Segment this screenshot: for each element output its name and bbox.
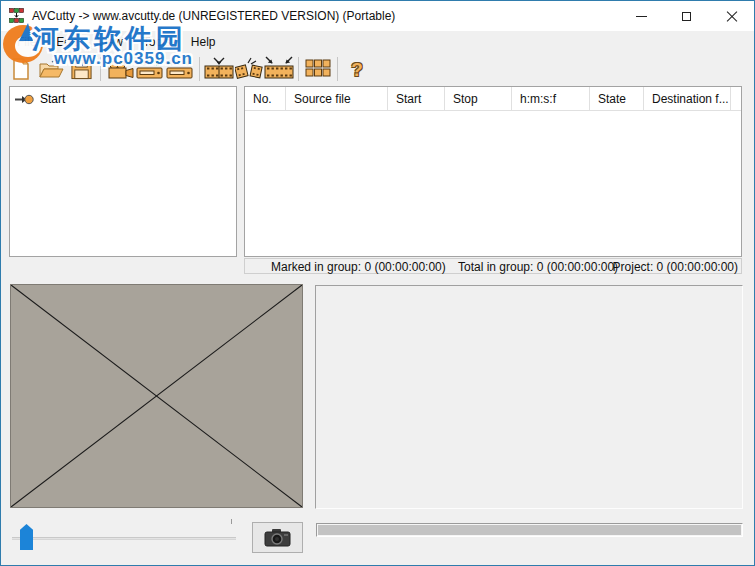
avi-export-icon: AVI bbox=[166, 56, 194, 82]
save-project-button[interactable] bbox=[66, 54, 96, 84]
column-header-no[interactable]: No. bbox=[245, 87, 286, 110]
menu-view[interactable]: View bbox=[87, 33, 133, 51]
save-project-icon bbox=[70, 57, 93, 81]
app-window: AVCutty -> www.avcutty.de (UNREGISTERED … bbox=[0, 0, 755, 566]
help-icon: ? bbox=[351, 60, 363, 79]
preview-placeholder-cross bbox=[11, 285, 302, 507]
menu-tools[interactable]: Tools bbox=[133, 33, 181, 51]
capture-video-icon bbox=[106, 56, 134, 82]
cut-scene-icon bbox=[235, 56, 263, 82]
frame-grid-button[interactable] bbox=[303, 54, 333, 84]
window-controls bbox=[619, 1, 754, 31]
progress-bar-fill bbox=[318, 525, 741, 535]
window-title: AVCutty -> www.avcutty.de (UNREGISTERED … bbox=[32, 9, 395, 23]
snapshot-button[interactable] bbox=[252, 522, 303, 553]
menu-help[interactable]: Help bbox=[181, 33, 226, 51]
maximize-icon bbox=[682, 12, 691, 21]
status-marked-in-group: Marked in group: 0 (00:00:00:00) bbox=[271, 260, 446, 274]
menu-edit[interactable]: Edit bbox=[46, 33, 87, 51]
column-header-source-file[interactable]: Source file bbox=[286, 87, 388, 110]
group-tree-panel[interactable]: Start bbox=[9, 86, 237, 257]
column-header-start[interactable]: Start bbox=[388, 87, 445, 110]
cut-list-panel: No. Source file Start Stop h:m:s:f State… bbox=[244, 86, 742, 257]
cut-in-button[interactable] bbox=[204, 54, 234, 84]
progress-bar bbox=[316, 523, 743, 537]
cut-list-body[interactable] bbox=[245, 111, 741, 256]
open-project-icon bbox=[38, 57, 64, 81]
open-project-button[interactable] bbox=[36, 54, 66, 84]
app-icon bbox=[9, 8, 25, 24]
close-button[interactable] bbox=[709, 1, 754, 31]
cut-in-icon bbox=[204, 56, 234, 82]
minimize-icon bbox=[636, 16, 647, 17]
frame-grid-icon bbox=[305, 58, 331, 80]
seek-slider-thumb[interactable] bbox=[20, 524, 33, 550]
status-project: Project: 0 (00:00:00:00) bbox=[613, 260, 738, 274]
new-project-button[interactable] bbox=[6, 54, 36, 84]
column-header-hmsf[interactable]: h:m:s:f bbox=[512, 87, 590, 110]
new-project-icon bbox=[10, 57, 32, 81]
svg-text:AVI: AVI bbox=[167, 58, 180, 67]
menubar: File Edit View Tools Help bbox=[1, 31, 754, 53]
tree-item-label: Start bbox=[38, 92, 67, 106]
tree-item-start[interactable]: Start bbox=[12, 91, 234, 107]
seek-slider-track[interactable] bbox=[12, 537, 236, 540]
minimize-button[interactable] bbox=[619, 1, 664, 31]
menu-file[interactable]: File bbox=[7, 33, 46, 51]
column-header-state[interactable]: State bbox=[590, 87, 644, 110]
status-total-in-group: Total in group: 0 (00:00:00:00) bbox=[458, 260, 618, 274]
maximize-button[interactable] bbox=[664, 1, 709, 31]
cut-list-header: No. Source file Start Stop h:m:s:f State… bbox=[245, 87, 741, 111]
cut-scene-button[interactable] bbox=[234, 54, 264, 84]
toolbar-separator bbox=[337, 57, 338, 81]
info-panel bbox=[315, 285, 743, 509]
avi-import-icon: AVI bbox=[136, 56, 164, 82]
cut-range-button[interactable] bbox=[264, 54, 294, 84]
avi-export-button[interactable]: AVI bbox=[165, 54, 195, 84]
camera-icon bbox=[264, 527, 292, 549]
toolbar-separator bbox=[298, 57, 299, 81]
column-header-filler bbox=[731, 87, 741, 110]
toolbar: AVI AVI bbox=[1, 53, 754, 85]
capture-video-button[interactable] bbox=[105, 54, 135, 84]
status-strip: Marked in group: 0 (00:00:00:00) Total i… bbox=[244, 258, 742, 274]
svg-text:AVI: AVI bbox=[137, 58, 150, 67]
avi-import-button[interactable]: AVI bbox=[135, 54, 165, 84]
titlebar: AVCutty -> www.avcutty.de (UNREGISTERED … bbox=[1, 1, 754, 31]
video-preview bbox=[10, 284, 303, 508]
toolbar-separator bbox=[199, 57, 200, 81]
cut-range-icon bbox=[264, 56, 294, 82]
seek-slider-tick bbox=[231, 519, 232, 524]
help-button[interactable]: ? bbox=[342, 54, 372, 84]
column-header-stop[interactable]: Stop bbox=[445, 87, 512, 110]
close-icon bbox=[726, 11, 737, 22]
seek-slider[interactable] bbox=[9, 518, 239, 554]
column-header-destination[interactable]: Destination f... bbox=[644, 87, 731, 110]
toolbar-separator bbox=[100, 57, 101, 81]
start-group-icon bbox=[14, 93, 34, 106]
